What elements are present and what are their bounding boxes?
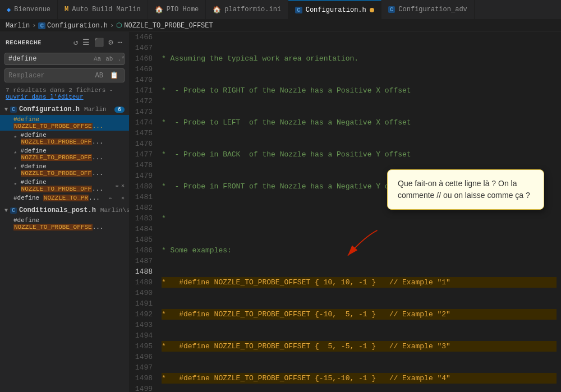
c-badge: C <box>10 107 17 113</box>
caret-icon: ▼ <box>4 107 8 113</box>
close-icon2[interactable]: ✕ <box>121 195 125 201</box>
code-line-1476: * #define NOZZLE_TO_PROBE_OFFSET {-15,-1… <box>162 373 557 384</box>
result-item[interactable]: * #define NOZZLE_TO_PROBE_OFF... <box>0 131 129 146</box>
result-item[interactable]: * #define NOZZLE_TO_PROBE_OFF... <box>0 162 129 178</box>
result-item[interactable]: * #define NOZZLE_TO_PROBE_OFF... ✏ ✕ <box>0 178 129 193</box>
replace-input[interactable] <box>8 72 91 80</box>
file-header-config-h[interactable]: ▼ C Configuration.h Marlin 6 <box>0 104 129 115</box>
settings-icon[interactable]: ⚙ <box>107 36 114 48</box>
code-line-1468: * - Probe to LEFT of the Nozzle has a Ne… <box>162 117 557 128</box>
open-in-editor-link[interactable]: Ouvrir dans l'éditeur <box>6 94 84 100</box>
caret-icon2: ▼ <box>4 207 8 214</box>
collapse-icon[interactable]: ⬛ <box>93 36 105 48</box>
blue-diamond-icon: ◆ <box>7 6 11 14</box>
result-item-conditionals[interactable]: #define NOZZLE_TO_PROBE_OFFSE... <box>0 216 129 232</box>
result-item[interactable]: * #define NOZZLE_TO_PROBE_OFF... <box>0 146 129 162</box>
whole-word-btn[interactable]: ab <box>104 55 114 63</box>
main-area: RECHERCHE ↺ ☰ ⬛ ⚙ ⋯ Aa ab .* AB 📋 7 résu… <box>0 32 561 392</box>
code-line-1471: * <box>162 213 557 224</box>
tooltip-bubble: Que fait-on à cette ligne là ? On la com… <box>387 169 544 210</box>
result-item[interactable]: #define NOZZLE_TO_PROBE_OFFSE... <box>0 115 129 131</box>
file-section-config-h: ▼ C Configuration.h Marlin 6 #define NOZ… <box>0 103 129 204</box>
regex-btn[interactable]: .* <box>116 55 126 63</box>
refresh-icon[interactable]: ↺ <box>72 36 79 48</box>
file-header-conditionals[interactable]: ▼ C Conditionals_post.h Marlin\s... 1 <box>0 205 129 216</box>
line-numbers: 1466 1467 1468 1469 1470 1471 1472 1473 … <box>129 32 157 392</box>
search-box: Aa ab .* <box>4 53 125 65</box>
replace-in-files-btn[interactable]: 📋 <box>108 71 121 80</box>
tab-configuration-h[interactable]: C Configuration.h <box>288 0 381 20</box>
case-sensitive-btn[interactable]: Aa <box>92 55 103 63</box>
tab-bar: ◆ Bienvenue M Auto Build Marlin 🏠 PIO Ho… <box>0 0 561 20</box>
results-info: 7 résultats dans 2 fichiers - Ouvrir dan… <box>0 85 129 103</box>
code-line-1475: * #define NOZZLE_TO_PROBE_OFFSET { 5, -5… <box>162 341 557 352</box>
code-line-1467: * - Probe to RIGHT of the Nozzle has a P… <box>162 85 557 96</box>
code-line-1466: * Assuming the typical work area orienta… <box>162 53 557 64</box>
replace-box: AB 📋 <box>4 68 125 82</box>
code-lines: * Assuming the typical work area orienta… <box>157 32 561 392</box>
tab-configuration-adv[interactable]: C Configuration_adv <box>381 0 475 20</box>
breadcrumb: Marlin › C Configuration.h › ⬡ NOZZLE_TO… <box>0 20 561 32</box>
result-item[interactable]: #define NOZZLE_TO_PR... ✏ ✕ <box>0 193 129 202</box>
pio-icon: 🏠 <box>155 6 163 14</box>
code-line-1469: * - Probe in BACK of the Nozzle has a Po… <box>162 149 557 160</box>
tab-platformio-ini[interactable]: 🏠 platformio.ini <box>206 0 288 20</box>
replace-all-btn[interactable]: AB <box>93 71 105 80</box>
more-icon[interactable]: ⋯ <box>117 36 123 48</box>
code-line-1473: * #define NOZZLE_TO_PROBE_OFFSET { 10, 1… <box>162 277 557 288</box>
platformio-icon: 🏠 <box>213 6 221 14</box>
code-line-1472: * Some examples: <box>162 245 557 256</box>
edit-icon2[interactable]: ✏ <box>109 195 112 201</box>
c-blue-icon2: C <box>388 6 396 13</box>
file-section-conditionals: ▼ C Conditionals_post.h Marlin\s... 1 #d… <box>0 204 129 233</box>
tab-bienvenue[interactable]: ◆ Bienvenue <box>0 0 58 20</box>
clear-icon[interactable]: ☰ <box>81 36 91 48</box>
c-blue-icon: C <box>295 7 302 13</box>
tab-auto-build[interactable]: M Auto Build Marlin <box>58 0 148 20</box>
editor-area: 1466 1467 1468 1469 1470 1471 1472 1473 … <box>129 32 561 392</box>
close-icon[interactable]: ✕ <box>121 182 125 189</box>
search-input[interactable] <box>8 55 90 63</box>
sidebar: RECHERCHE ↺ ☰ ⬛ ⚙ ⋯ Aa ab .* AB 📋 7 résu… <box>0 32 129 392</box>
edit-icon[interactable]: ✏ <box>116 182 119 189</box>
c-badge2: C <box>10 207 17 214</box>
code-line-1474: * #define NOZZLE_TO_PROBE_OFFSET {-10, 5… <box>162 309 557 320</box>
modified-dot <box>370 8 374 12</box>
tab-pio-home[interactable]: 🏠 PIO Home <box>148 0 206 20</box>
code-view[interactable]: 1466 1467 1468 1469 1470 1471 1472 1473 … <box>129 32 561 392</box>
marlin-m-icon: M <box>65 6 68 13</box>
sidebar-header: RECHERCHE ↺ ☰ ⬛ ⚙ ⋯ <box>0 32 129 50</box>
